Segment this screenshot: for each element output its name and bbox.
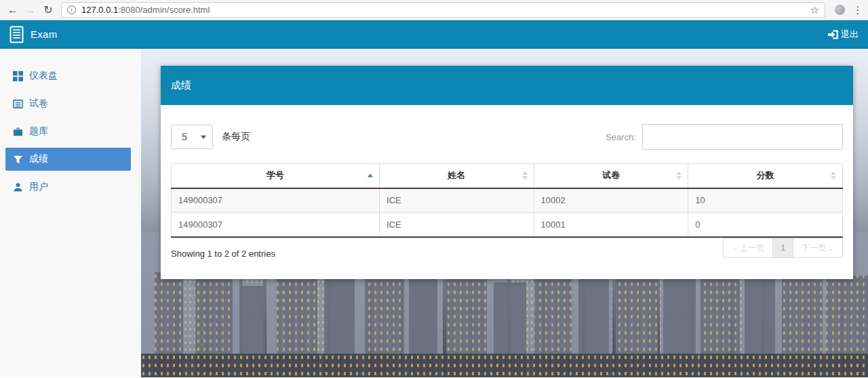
browser-menu-icon[interactable]: ⋮ xyxy=(852,4,864,16)
pagination: ←上一页 1 下一页→ xyxy=(723,238,843,258)
sign-out-icon xyxy=(828,30,838,39)
entries-info: Showing 1 to 2 of 2 entries xyxy=(171,238,275,259)
main-content: 成绩 5 条每页 Search: xyxy=(141,49,868,377)
cell-score: 10 xyxy=(688,188,843,213)
sidebar-item-scores[interactable]: 成绩 xyxy=(5,148,131,171)
notebook-lines-icon xyxy=(9,26,24,43)
logout-label: 退出 xyxy=(841,28,859,41)
bookmark-star-icon[interactable]: ☆ xyxy=(810,4,819,16)
page-length-value: 5 xyxy=(182,131,187,142)
cell-paper: 10001 xyxy=(534,213,688,237)
cell-student-id: 149000307 xyxy=(172,188,380,213)
cell-name: ICE xyxy=(379,188,534,213)
search-label: Search: xyxy=(606,132,636,142)
sidebar-item-question-bank[interactable]: 题库 xyxy=(5,120,131,143)
extension-icon[interactable] xyxy=(835,5,845,15)
sidebar: 仪表盘 试卷 题库 xyxy=(0,49,141,377)
sidebar-item-label: 成绩 xyxy=(29,153,48,165)
column-header-score[interactable]: 分数 xyxy=(688,164,843,188)
browser-toolbar: ← → ↻ i 127.0.0.1:8080/admin/score.html … xyxy=(0,0,868,20)
panel-title: 成绩 xyxy=(161,66,853,105)
users-icon xyxy=(13,182,23,192)
page-number-button[interactable]: 1 xyxy=(772,238,793,258)
logout-button[interactable]: 退出 xyxy=(828,28,859,41)
dashboard-icon xyxy=(13,71,23,81)
chevron-down-icon xyxy=(201,135,206,139)
cell-paper: 10002 xyxy=(534,188,688,213)
sidebar-item-dashboard[interactable]: 仪表盘 xyxy=(5,64,131,87)
search-input[interactable] xyxy=(642,124,843,150)
page-info-icon[interactable]: i xyxy=(67,5,76,14)
table-header-row: 学号 姓名 试卷 分数 xyxy=(172,164,843,188)
sort-asc-icon xyxy=(368,174,373,177)
scores-filter-icon xyxy=(13,154,23,165)
column-header-paper[interactable]: 试卷 xyxy=(534,164,688,188)
previous-page-button[interactable]: ←上一页 xyxy=(723,238,773,258)
brand-label: Exam xyxy=(31,28,58,40)
reload-button[interactable]: ↻ xyxy=(39,1,57,20)
table-row: 149000307 ICE 10002 10 xyxy=(172,188,843,213)
url-text: 127.0.0.1:8080/admin/score.html xyxy=(81,5,210,15)
sidebar-item-label: 仪表盘 xyxy=(29,70,58,82)
sort-both-icon xyxy=(522,171,528,180)
column-header-student-id[interactable]: 学号 xyxy=(172,164,380,188)
scores-table: 学号 姓名 试卷 分数 xyxy=(171,163,843,238)
cell-student-id: 149000307 xyxy=(172,213,380,237)
app-navbar: Exam 退出 xyxy=(0,20,868,49)
next-page-button[interactable]: 下一页→ xyxy=(793,238,843,258)
sidebar-item-users[interactable]: 用户 xyxy=(5,175,131,198)
page-length-label: 条每页 xyxy=(222,131,250,143)
cell-name: ICE xyxy=(379,213,534,237)
page-length-select[interactable]: 5 xyxy=(171,125,213,149)
papers-icon xyxy=(13,99,23,109)
sidebar-item-papers[interactable]: 试卷 xyxy=(5,92,131,115)
brand[interactable]: Exam xyxy=(9,26,58,43)
sort-both-icon xyxy=(676,171,682,180)
sort-both-icon xyxy=(831,171,836,180)
scores-panel: 成绩 5 条每页 Search: xyxy=(161,66,853,279)
question-bank-icon xyxy=(13,127,23,137)
sidebar-item-label: 题库 xyxy=(29,125,48,138)
back-button[interactable]: ← xyxy=(4,1,22,20)
url-bar[interactable]: i 127.0.0.1:8080/admin/score.html ☆ xyxy=(61,2,825,18)
column-header-name[interactable]: 姓名 xyxy=(379,164,534,188)
table-row: 149000307 ICE 10001 0 xyxy=(172,213,843,237)
sidebar-item-label: 试卷 xyxy=(29,98,48,110)
cell-score: 0 xyxy=(688,213,843,237)
sidebar-item-label: 用户 xyxy=(29,181,48,193)
forward-button[interactable]: → xyxy=(22,1,39,20)
